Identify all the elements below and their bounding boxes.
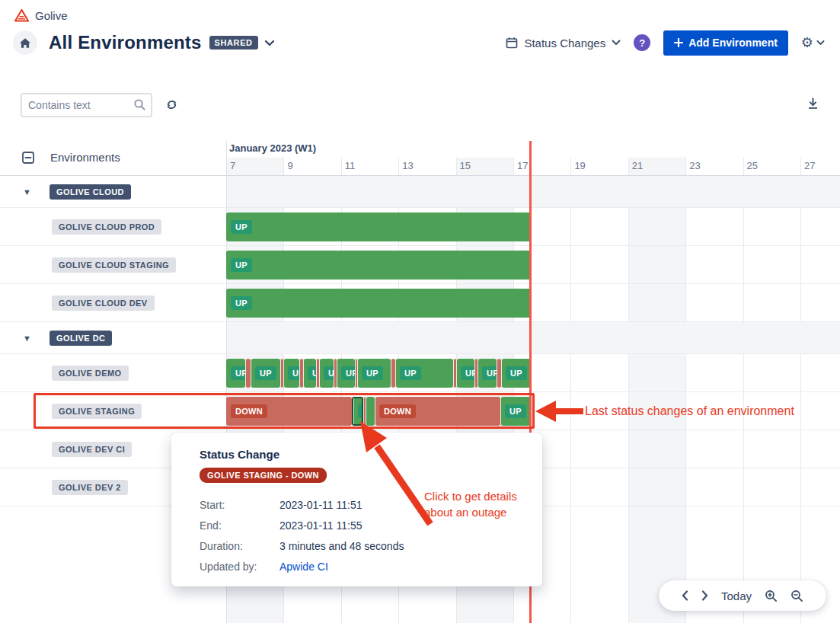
collapse-all-button[interactable] [22,152,34,164]
search-icon [133,98,146,111]
refresh-button[interactable] [165,98,178,111]
status-chip: UP [308,366,316,380]
environment-badge[interactable]: GOLIVE DEMO [52,366,129,381]
date-label: 17 [517,160,528,171]
zoom-out-button[interactable] [790,589,803,602]
environment-badge[interactable]: GOLIVE DEV CI [52,442,132,457]
environment-row: UPUPUPUPUPUPUPUPUPUPUPGOLIVE DEMO [0,354,840,392]
export-button[interactable] [806,97,819,110]
status-segment-down[interactable]: DOWN [226,397,352,426]
status-segment-down[interactable]: DOWN [375,397,500,426]
date-label: 13 [402,160,413,171]
home-button[interactable] [13,30,37,55]
updated-by-link[interactable]: Apwide CI [279,561,328,573]
status-segment-up[interactable]: UP [337,359,355,388]
group-badge[interactable]: GOLIVE DC [50,331,113,346]
status-chip: UP [231,258,252,272]
date-label: 15 [460,160,471,171]
tooltip-value: 2023-01-11 11:55 [279,519,362,532]
status-segment-up[interactable]: UP [500,397,531,426]
annotation-click-for-details: Click to get details about an outage [424,488,532,520]
environment-badge[interactable]: GOLIVE STAGING [52,404,142,419]
plus-icon [674,38,683,47]
environment-badge[interactable]: GOLIVE CLOUD DEV [52,296,155,311]
status-segment-up[interactable]: UP [352,397,363,426]
zoom-in-icon [765,589,778,602]
status-changes-selector[interactable]: Status Changes [506,37,621,50]
zoom-in-button[interactable] [765,589,778,602]
shared-badge: SHARED [209,36,258,50]
status-chip: UP [362,366,383,380]
status-segment-down[interactable] [245,359,251,388]
environments-column-header: Environments [50,151,120,164]
status-bars: UP [226,212,531,241]
annotation-last-status-changes: Last status changes of an environment [585,404,794,418]
row-label: GOLIVE DEMO [0,354,226,391]
status-bars: UPUPUPUPUPUPUPUPUPUPUP [226,359,531,388]
view-menu-chevron-down-icon[interactable] [264,40,275,46]
golive-triangle-logo-icon [14,8,30,23]
timeline-nav-toolbar: Today [659,580,826,611]
environment-badge[interactable]: GOLIVE CLOUD PROD [52,219,161,235]
row-label: ▼GOLIVE CLOUD [0,176,226,207]
date-label: 19 [574,160,585,171]
date-label: 23 [689,160,700,171]
status-segment-up[interactable]: UP [319,359,334,388]
status-chip: UP [341,366,355,380]
date-label: 21 [632,160,643,171]
home-icon [19,37,31,49]
add-environment-button[interactable]: Add Environment [663,30,788,56]
tooltip-value: 3 minutes and 48 seconds [279,540,404,552]
status-segment-up[interactable] [366,397,375,426]
chevron-down-icon [612,40,621,46]
status-segment-up[interactable]: UP [456,359,474,388]
tooltip-row: Updated by: Apwide CI [200,556,524,577]
gear-icon: ⚙ [801,36,813,50]
tooltip-label: Duration: [200,540,279,552]
status-segment-up[interactable]: UP [226,359,245,388]
row-label: GOLIVE CLOUD PROD [0,208,226,245]
status-chip: DOWN [379,404,416,418]
status-chip: UP [255,366,276,380]
settings-menu[interactable]: ⚙ [801,36,825,50]
group-row-shade [227,322,840,353]
tooltip-label: Updated by: [200,561,279,573]
group-badge[interactable]: GOLIVE CLOUD [50,184,131,200]
status-segment-up[interactable]: UP [395,359,453,388]
calendar-icon [506,37,518,49]
status-segment-up[interactable]: UP [303,359,316,388]
environment-row: UPGOLIVE CLOUD STAGING [0,246,840,284]
today-button[interactable]: Today [721,589,752,602]
prev-period-button[interactable] [682,590,688,601]
status-chip: UP [358,404,363,418]
zoom-out-icon [790,589,803,602]
status-segment-up[interactable]: UP [226,251,531,280]
status-bars: DOWNUPDOWNUP [226,397,531,426]
tooltip-label: End: [200,519,279,532]
environment-row: UPGOLIVE CLOUD DEV [0,284,840,322]
status-segment-up[interactable]: UP [477,359,497,388]
collapse-triangle-icon[interactable]: ▼ [23,187,31,196]
status-chip: UP [505,404,526,418]
status-chip: UP [400,366,421,380]
status-segment-up[interactable]: UP [357,359,391,388]
status-segment-up[interactable]: UP [226,289,531,318]
collapse-triangle-icon[interactable]: ▼ [23,334,31,343]
status-segment-up[interactable]: UP [226,212,531,241]
status-chip: UP [231,220,252,234]
page-title: All Environments [49,32,202,53]
status-segment-up[interactable]: UP [283,359,299,388]
collapse-minus-icon [22,152,34,164]
chevron-down-icon [816,40,825,46]
status-chip: UP [324,366,334,380]
environment-badge[interactable]: GOLIVE DEV 2 [52,480,128,495]
tooltip-row: Duration: 3 minutes and 48 seconds [200,535,524,556]
environment-row: UPGOLIVE CLOUD PROD [0,208,840,246]
help-button[interactable]: ? [634,34,650,51]
status-segment-up[interactable]: UP [501,359,531,388]
date-label: 9 [287,160,292,171]
next-period-button[interactable] [701,590,708,601]
status-segment-up[interactable]: UP [251,359,280,388]
environment-badge[interactable]: GOLIVE CLOUD STAGING [52,257,176,273]
row-label: ▼GOLIVE DC [0,322,226,353]
